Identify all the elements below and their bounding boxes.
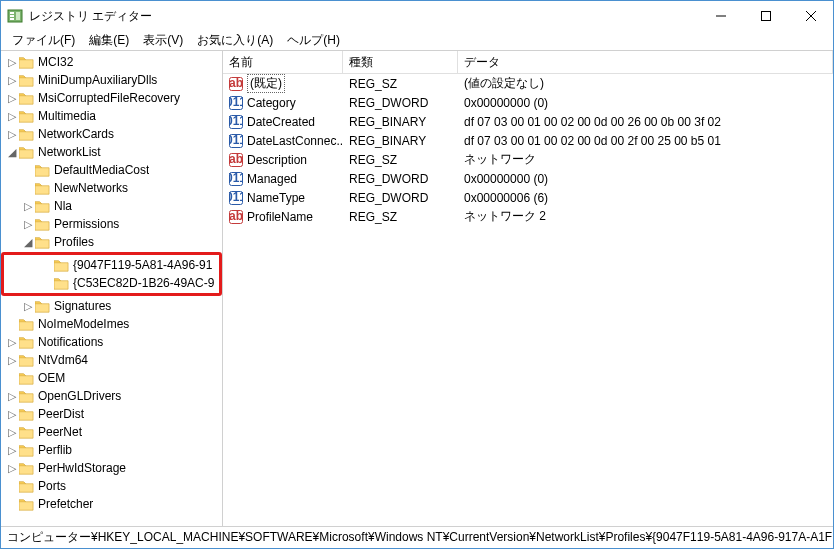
value-data: df 07 03 00 01 00 02 00 0d 00 2f 00 25 0… (464, 134, 721, 148)
expand-toggle-icon (5, 480, 18, 493)
tree-node[interactable]: ▷MCI32 (1, 53, 222, 71)
list-row[interactable]: 011DateCreatedREG_BINARYdf 07 03 00 01 0… (223, 112, 833, 131)
tree-node[interactable]: ▷MsiCorruptedFileRecovery (1, 89, 222, 107)
expand-toggle-icon (5, 318, 18, 331)
tree-node[interactable]: DefaultMediaCost (1, 161, 222, 179)
value-data: ネットワーク 2 (464, 208, 546, 225)
tree-node[interactable]: Prefetcher (1, 495, 222, 513)
expand-toggle-icon[interactable]: ▷ (5, 110, 18, 123)
col-header-name[interactable]: 名前 (223, 51, 343, 73)
value-data: ネットワーク (464, 151, 536, 168)
maximize-button[interactable] (743, 1, 788, 31)
tree-node-label: NetworkCards (38, 127, 114, 141)
tree-node-label: NewNetworks (54, 181, 128, 195)
tree-node[interactable]: ▷Signatures (1, 297, 222, 315)
tree-node[interactable]: ▷PeerDist (1, 405, 222, 423)
tree-node[interactable]: ◢NetworkList (1, 143, 222, 161)
tree-node[interactable]: ▷PeerNet (1, 423, 222, 441)
list-row[interactable]: abDescriptionREG_SZネットワーク (223, 150, 833, 169)
value-data: 0x00000000 (0) (464, 172, 548, 186)
list-header: 名前 種類 データ (223, 51, 833, 74)
expand-toggle-icon[interactable]: ▷ (21, 300, 34, 313)
tree-node-label: OpenGLDrivers (38, 389, 121, 403)
binary-value-icon: 011 (229, 172, 243, 186)
expand-toggle-icon[interactable]: ▷ (5, 426, 18, 439)
value-type: REG_SZ (349, 77, 397, 91)
folder-icon (35, 164, 50, 177)
binary-value-icon: 011 (229, 191, 243, 205)
tree-node-label: PeerDist (38, 407, 84, 421)
col-header-type[interactable]: 種類 (343, 51, 458, 73)
menu-view[interactable]: 表示(V) (136, 30, 190, 51)
tree-node-label: PerHwIdStorage (38, 461, 126, 475)
menu-edit[interactable]: 編集(E) (82, 30, 136, 51)
menu-file[interactable]: ファイル(F) (5, 30, 82, 51)
tree-node[interactable]: {9047F119-5A81-4A96-91 (4, 256, 219, 274)
expand-toggle-icon[interactable]: ◢ (21, 236, 34, 249)
tree-node[interactable]: ◢Profiles (1, 233, 222, 251)
svg-rect-4 (16, 12, 20, 20)
menu-help[interactable]: ヘルプ(H) (280, 30, 347, 51)
tree-node-label: Multimedia (38, 109, 96, 123)
minimize-button[interactable] (698, 1, 743, 31)
regedit-icon (7, 8, 23, 24)
expand-toggle-icon[interactable]: ▷ (5, 354, 18, 367)
folder-icon (35, 236, 50, 249)
svg-rect-1 (10, 12, 14, 14)
expand-toggle-icon[interactable]: ▷ (5, 128, 18, 141)
tree-node[interactable]: OEM (1, 369, 222, 387)
tree-node[interactable]: {C53EC82D-1B26-49AC-99 (4, 274, 219, 292)
tree-node[interactable]: ▷PerHwIdStorage (1, 459, 222, 477)
tree-node[interactable]: ▷Notifications (1, 333, 222, 351)
tree-node[interactable]: ▷OpenGLDrivers (1, 387, 222, 405)
folder-icon (19, 318, 34, 331)
value-type: REG_SZ (349, 210, 397, 224)
value-type: REG_BINARY (349, 134, 426, 148)
list-row[interactable]: 011NameTypeREG_DWORD0x00000006 (6) (223, 188, 833, 207)
binary-value-icon: 011 (229, 115, 243, 129)
menu-favorites[interactable]: お気に入り(A) (190, 30, 280, 51)
tree-pane[interactable]: ▷MCI32▷MiniDumpAuxiliaryDlls▷MsiCorrupte… (1, 51, 223, 526)
list-row[interactable]: 011ManagedREG_DWORD0x00000000 (0) (223, 169, 833, 188)
tree-node[interactable]: NoImeModeImes (1, 315, 222, 333)
tree-node[interactable]: NewNetworks (1, 179, 222, 197)
tree-node[interactable]: ▷Multimedia (1, 107, 222, 125)
svg-text:011: 011 (229, 172, 243, 185)
tree-node[interactable]: ▷NtVdm64 (1, 351, 222, 369)
close-button[interactable] (788, 1, 833, 31)
expand-toggle-icon[interactable]: ▷ (5, 390, 18, 403)
expand-toggle-icon[interactable]: ▷ (21, 218, 34, 231)
tree-node-label: Profiles (54, 235, 94, 249)
expand-toggle-icon[interactable]: ◢ (5, 146, 18, 159)
tree-node[interactable]: ▷NetworkCards (1, 125, 222, 143)
expand-toggle-icon (5, 372, 18, 385)
col-header-data[interactable]: データ (458, 51, 833, 73)
tree-node-label: Signatures (54, 299, 111, 313)
list-row[interactable]: 011DateLastConnec...REG_BINARYdf 07 03 0… (223, 131, 833, 150)
folder-icon (19, 444, 34, 457)
expand-toggle-icon[interactable]: ▷ (5, 74, 18, 87)
expand-toggle-icon[interactable]: ▷ (5, 444, 18, 457)
expand-toggle-icon[interactable]: ▷ (5, 462, 18, 475)
expand-toggle-icon[interactable]: ▷ (5, 336, 18, 349)
list-body[interactable]: ab(既定)REG_SZ(値の設定なし)011CategoryREG_DWORD… (223, 74, 833, 526)
tree-node[interactable]: Ports (1, 477, 222, 495)
list-row[interactable]: abProfileNameREG_SZネットワーク 2 (223, 207, 833, 226)
value-type: REG_DWORD (349, 172, 428, 186)
expand-toggle-icon[interactable]: ▷ (21, 200, 34, 213)
expand-toggle-icon (21, 164, 34, 177)
folder-icon (35, 200, 50, 213)
tree-node[interactable]: ▷MiniDumpAuxiliaryDlls (1, 71, 222, 89)
expand-toggle-icon[interactable]: ▷ (5, 408, 18, 421)
tree-node[interactable]: ▷Permissions (1, 215, 222, 233)
tree-node[interactable]: ▷Perflib (1, 441, 222, 459)
list-row[interactable]: ab(既定)REG_SZ(値の設定なし) (223, 74, 833, 93)
list-row[interactable]: 011CategoryREG_DWORD0x00000000 (0) (223, 93, 833, 112)
value-type: REG_SZ (349, 153, 397, 167)
string-value-icon: ab (229, 77, 243, 91)
expand-toggle-icon[interactable]: ▷ (5, 92, 18, 105)
expand-toggle-icon[interactable]: ▷ (5, 56, 18, 69)
folder-icon (19, 336, 34, 349)
tree-node[interactable]: ▷Nla (1, 197, 222, 215)
folder-icon (19, 146, 34, 159)
